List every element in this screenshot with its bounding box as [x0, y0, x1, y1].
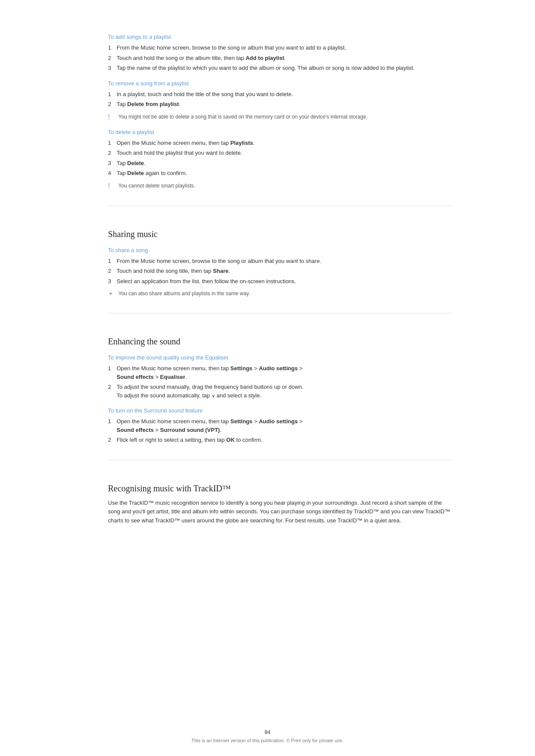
list-item: 2 Touch and hold the song title, then ta…	[108, 267, 453, 275]
share-song-list: 1 From the Music home screen, browse to …	[108, 257, 453, 286]
enhancing-sound-section: Enhancing the sound To improve the sound…	[108, 313, 453, 444]
trackid-section: Recognising music with TrackID™ Use the …	[108, 460, 453, 525]
list-item: 2 Tap Delete from playlist.	[108, 100, 453, 109]
share-song-tip: ✦ You can also share albums and playlist…	[108, 290, 453, 297]
add-songs-list: 1 From the Music home screen, browse to …	[108, 44, 453, 72]
share-song-heading: To share a song	[108, 247, 453, 253]
remove-song-heading: To remove a song from a playlist	[108, 80, 453, 87]
list-item: 4 Tap Delete again to confirm.	[108, 169, 453, 178]
list-item: 3 Tap the name of the playlist to which …	[108, 64, 453, 72]
add-songs-section: To add songs to a playlist 1 From the Mu…	[108, 34, 453, 72]
equaliser-list: 1 Open the Music home screen menu, then …	[108, 364, 453, 400]
list-item: 2 Touch and hold the song or the album t…	[108, 54, 453, 62]
page-content: To add songs to a playlist 1 From the Mu…	[74, 0, 462, 560]
list-item: 1 In a playlist, touch and hold the titl…	[108, 90, 453, 99]
trackid-title: Recognising music with TrackID™	[108, 484, 453, 494]
note-icon: !	[108, 113, 115, 121]
sharing-music-section: Sharing music To share a song 1 From the…	[108, 206, 453, 298]
list-item: 1 From the Music home screen, browse to …	[108, 44, 453, 52]
list-item: 1 From the Music home screen, browse to …	[108, 257, 453, 266]
trackid-body: Use the TrackID™ music recognition servi…	[108, 499, 453, 525]
page-number: 84	[74, 729, 462, 735]
list-item: 2 Flick left or right to select a settin…	[108, 436, 453, 444]
delete-playlist-list: 1 Open the Music home screen menu, then …	[108, 139, 453, 178]
list-item: 3 Select an application from the list, t…	[108, 277, 453, 286]
surround-heading: To turn on the Surround sound feature	[108, 407, 453, 414]
remove-song-section: To remove a song from a playlist 1 In a …	[108, 80, 453, 121]
list-item: 3 Tap Delete.	[108, 159, 453, 168]
add-songs-heading: To add songs to a playlist	[108, 34, 453, 40]
surround-list: 1 Open the Music home screen menu, then …	[108, 417, 453, 444]
list-item: 2 Touch and hold the playlist that you w…	[108, 149, 453, 157]
list-item: 2 To adjust the sound manually, drag the…	[108, 383, 453, 400]
remove-song-note: ! You might not be able to delete a song…	[108, 113, 453, 121]
enhancing-sound-title: Enhancing the sound	[108, 337, 453, 347]
list-item: 1 Open the Music home screen menu, then …	[108, 364, 453, 381]
chevron-icon: ∨	[212, 392, 215, 400]
list-item: 1 Open the Music home screen menu, then …	[108, 417, 453, 434]
footer-notice: This is an Internet version of this publ…	[74, 738, 462, 743]
delete-playlist-section: To delete a playlist 1 Open the Music ho…	[108, 129, 453, 190]
page-footer: 84 This is an Internet version of this p…	[74, 729, 462, 743]
remove-song-list: 1 In a playlist, touch and hold the titl…	[108, 90, 453, 109]
delete-playlist-heading: To delete a playlist	[108, 129, 453, 135]
note-icon: !	[108, 182, 115, 190]
sharing-music-title: Sharing music	[108, 229, 453, 239]
delete-playlist-note: ! You cannot delete smart playlists.	[108, 182, 453, 190]
equaliser-heading: To improve the sound quality using the E…	[108, 354, 453, 361]
tip-icon: ✦	[108, 290, 115, 297]
list-item: 1 Open the Music home screen menu, then …	[108, 139, 453, 147]
